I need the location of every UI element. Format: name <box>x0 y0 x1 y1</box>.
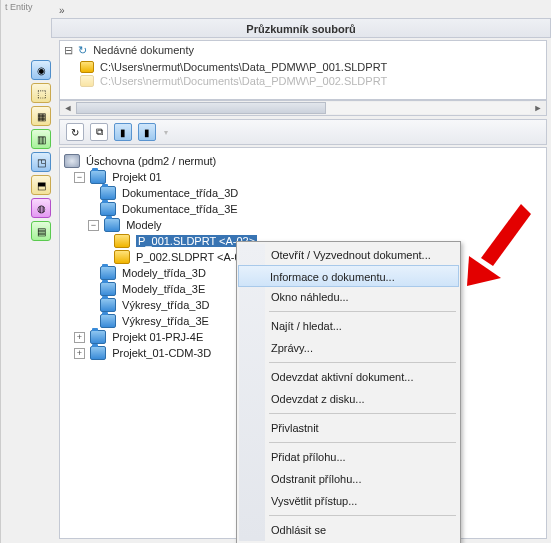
menu-explain-access[interactable]: Vysvětlit přístup... <box>239 490 458 512</box>
expand-icon[interactable]: + <box>74 348 85 359</box>
recent-icon: ↻ <box>78 44 87 56</box>
menu-preview-window[interactable]: Okno náhledu... <box>239 286 458 308</box>
tree-label: Výkresy_třída_3E <box>122 315 209 327</box>
toolbar-btn-2[interactable]: ⧉ <box>90 123 108 141</box>
tree-folder-modely[interactable]: − Modely <box>62 216 544 232</box>
menu-divider <box>269 515 456 516</box>
side-icon-6[interactable]: ⬒ <box>31 175 51 195</box>
part-icon <box>80 75 94 87</box>
folder-icon <box>104 218 120 232</box>
context-menu: Otevřít / Vyzvednout dokument... Informa… <box>236 241 461 543</box>
toolbar-btn-4[interactable]: ▮ <box>138 123 156 141</box>
collapse-icon[interactable]: ⊟ <box>64 44 73 56</box>
menu-logout[interactable]: Odhlásit se <box>239 519 458 541</box>
toolbar-dropdown-icon[interactable]: ▾ <box>164 128 168 137</box>
recent-item[interactable]: C:\Users\nermut\Documents\Data_PDMW\P_00… <box>60 74 546 88</box>
collapse-icon[interactable]: − <box>74 172 85 183</box>
menu-take-ownership[interactable]: Přivlastnit <box>239 417 458 439</box>
tree-vault-root[interactable]: Úschovna (pdm2 / nermut) <box>62 152 544 168</box>
menu-checkin-disk[interactable]: Odevzdat z disku... <box>239 388 458 410</box>
toolbar-btn-3[interactable]: ▮ <box>114 123 132 141</box>
tree-label: Úschovna (pdm2 / nermut) <box>86 155 216 167</box>
recent-item-label: C:\Users\nermut\Documents\Data_PDMW\P_00… <box>100 75 387 87</box>
menu-divider <box>269 311 456 312</box>
side-icon-4[interactable]: ▥ <box>31 129 51 149</box>
part-icon <box>114 234 130 248</box>
tree-label: Modely_třída_3D <box>122 267 206 279</box>
tree-label: Projekt 01-PRJ-4E <box>112 331 203 343</box>
recent-item-label: C:\Users\nermut\Documents\Data_PDMW\P_00… <box>100 61 387 73</box>
tree-folder-projekt01[interactable]: − Projekt 01 <box>62 168 544 184</box>
tree-toolbar: ↻ ⧉ ▮ ▮ ▾ <box>59 119 547 145</box>
menu-remove-attachment[interactable]: Odstranit přílohu... <box>239 468 458 490</box>
scroll-track[interactable] <box>76 102 530 114</box>
folder-icon <box>90 330 106 344</box>
folder-icon <box>100 202 116 216</box>
side-icon-7[interactable]: ◍ <box>31 198 51 218</box>
folder-icon <box>100 314 116 328</box>
folder-icon <box>90 346 106 360</box>
chevron-expand-icon[interactable]: » <box>59 5 64 16</box>
folder-icon <box>90 170 106 184</box>
menu-add-attachment[interactable]: Přidat přílohu... <box>239 446 458 468</box>
side-icon-1[interactable]: ◉ <box>31 60 51 80</box>
vault-icon <box>64 154 80 168</box>
collapse-icon[interactable]: − <box>88 220 99 231</box>
scroll-thumb[interactable] <box>76 102 326 114</box>
tree-label: Dokumentace_třída_3E <box>122 203 238 215</box>
folder-icon <box>100 298 116 312</box>
recent-documents-panel: ⊟ ↻ Nedávné dokumenty C:\Users\nermut\Do… <box>59 40 547 100</box>
menu-divider <box>269 362 456 363</box>
toolbar-btn-1[interactable]: ↻ <box>66 123 84 141</box>
tree-folder[interactable]: Dokumentace_třída_3D <box>62 184 544 200</box>
menu-reports[interactable]: Zprávy... <box>239 337 458 359</box>
folder-icon <box>100 282 116 296</box>
menu-checkin-active[interactable]: Odevzdat aktivní dokument... <box>239 366 458 388</box>
menu-divider <box>269 442 456 443</box>
folder-icon <box>100 266 116 280</box>
tree-label: Projekt_01-CDM-3D <box>112 347 211 359</box>
scroll-right-icon[interactable]: ► <box>530 103 546 113</box>
expand-icon[interactable]: + <box>74 332 85 343</box>
truncated-label: t Entity <box>1 0 37 14</box>
tree-label: Dokumentace_třída_3D <box>122 187 238 199</box>
tree-label: Modely <box>126 219 161 231</box>
part-icon <box>114 250 130 264</box>
menu-divider <box>269 413 456 414</box>
horizontal-scrollbar[interactable]: ◄ ► <box>59 100 547 116</box>
menu-find[interactable]: Najít / hledat... <box>239 315 458 337</box>
tree-label: Modely_třída_3E <box>122 283 205 295</box>
tree-label: Výkresy_třída_3D <box>122 299 209 311</box>
menu-open-checkout[interactable]: Otevřít / Vyzvednout dokument... <box>239 244 458 266</box>
recent-item[interactable]: C:\Users\nermut\Documents\Data_PDMW\P_00… <box>60 60 546 74</box>
scroll-left-icon[interactable]: ◄ <box>60 103 76 113</box>
side-icon-3[interactable]: ▦ <box>31 106 51 126</box>
side-icon-5[interactable]: ◳ <box>31 152 51 172</box>
recent-title: Nedávné dokumenty <box>93 44 194 56</box>
tree-folder[interactable]: Dokumentace_třída_3E <box>62 200 544 216</box>
recent-header[interactable]: ⊟ ↻ Nedávné dokumenty <box>60 41 546 60</box>
part-icon <box>80 61 94 73</box>
folder-icon <box>100 186 116 200</box>
side-icon-8[interactable]: ▤ <box>31 221 51 241</box>
menu-document-info[interactable]: Informace o dokumentu... <box>238 265 459 287</box>
panel-title: Průzkumník souborů <box>51 18 551 38</box>
side-toolbar: ◉ ⬚ ▦ ▥ ◳ ⬒ ◍ ▤ <box>31 60 53 241</box>
side-icon-2[interactable]: ⬚ <box>31 83 51 103</box>
tree-label: Projekt 01 <box>112 171 162 183</box>
